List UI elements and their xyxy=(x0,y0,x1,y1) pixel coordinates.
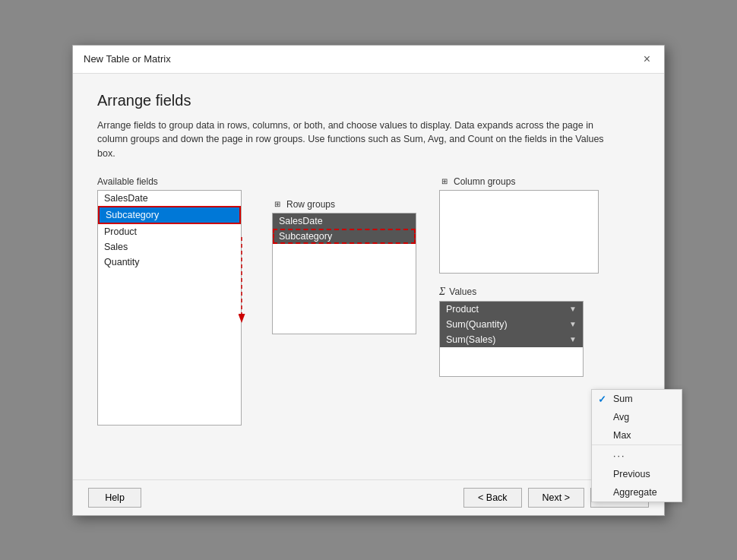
values-label: Σ Values xyxy=(439,286,599,298)
dropdown-item-dots[interactable]: ··· xyxy=(592,447,682,465)
values-container: Σ Values Product ▼ Sum(Quantity) ▼ xyxy=(439,286,599,377)
dropdown-item-aggregate[interactable]: Aggregate xyxy=(592,483,682,501)
description-text: Arrange fields to group data in rows, co… xyxy=(97,119,614,161)
content-area: Arrange fields Arrange fields to group d… xyxy=(73,74,664,479)
list-item-product[interactable]: Product xyxy=(98,224,241,239)
sigma-icon: Σ xyxy=(439,286,445,298)
close-button[interactable]: × xyxy=(641,52,653,67)
dropdown-item-sum[interactable]: Sum xyxy=(592,390,682,408)
value-item-sumqty[interactable]: Sum(Quantity) ▼ xyxy=(440,317,583,332)
dropdown-item-avg[interactable]: Avg xyxy=(592,408,682,426)
page-title: Arrange fields xyxy=(97,92,640,109)
list-item-subcategory-selected[interactable]: Subcategory xyxy=(98,206,241,224)
aggregate-dropdown: Sum Avg Max ··· Previous Aggregate xyxy=(591,389,682,502)
dialog: New Table or Matrix × Arrange fields Arr… xyxy=(72,45,665,516)
row-groups-list[interactable]: SalesDate Subcategory xyxy=(272,213,416,334)
value-item-sumsales[interactable]: Sum(Sales) ▼ xyxy=(440,332,583,347)
column-groups-icon: ⊞ xyxy=(439,176,450,187)
value-item-product[interactable]: Product ▼ xyxy=(440,302,583,317)
row-groups-label: ⊞ Row groups xyxy=(272,199,416,210)
footer: Help < Back Next > Cancel xyxy=(73,479,664,515)
dialog-title: New Table or Matrix xyxy=(84,53,171,65)
next-button[interactable]: Next > xyxy=(528,488,584,508)
row-group-subcategory[interactable]: Subcategory xyxy=(273,229,416,244)
title-bar: New Table or Matrix × xyxy=(73,46,664,74)
column-groups-label: ⊞ Column groups xyxy=(439,176,599,187)
help-button[interactable]: Help xyxy=(88,488,141,508)
dropdown-item-max[interactable]: Max xyxy=(592,426,682,445)
back-button[interactable]: < Back xyxy=(463,488,522,508)
values-list[interactable]: Product ▼ Sum(Quantity) ▼ Sum(Sales) ▼ xyxy=(439,301,584,377)
dropdown-item-previous[interactable]: Previous xyxy=(592,465,682,483)
row-groups-icon: ⊞ xyxy=(272,199,283,210)
list-item[interactable]: SalesDate xyxy=(98,191,241,206)
available-fields-label: Available fields xyxy=(97,176,242,187)
dropdown-arrow-sumqty[interactable]: ▼ xyxy=(569,320,577,328)
fields-area: Available fields SalesDate Subcategory P… xyxy=(97,176,640,467)
available-fields-list[interactable]: SalesDate Subcategory Product Sales Quan… xyxy=(97,190,242,426)
list-item-quantity[interactable]: Quantity xyxy=(98,255,241,270)
right-panels: ⊞ Column groups Σ Values Product ▼ xyxy=(439,176,599,377)
column-groups-list[interactable] xyxy=(439,190,599,274)
available-fields-panel: Available fields SalesDate Subcategory P… xyxy=(97,176,242,467)
list-item-sales[interactable]: Sales xyxy=(98,239,241,255)
dropdown-arrow-sumsales[interactable]: ▼ xyxy=(569,335,577,343)
row-group-salesdate[interactable]: SalesDate xyxy=(273,214,416,229)
row-groups-panel: ⊞ Row groups SalesDate Subcategory xyxy=(272,199,416,334)
dropdown-arrow-product[interactable]: ▼ xyxy=(569,305,577,313)
column-groups-panel: ⊞ Column groups xyxy=(439,176,599,274)
